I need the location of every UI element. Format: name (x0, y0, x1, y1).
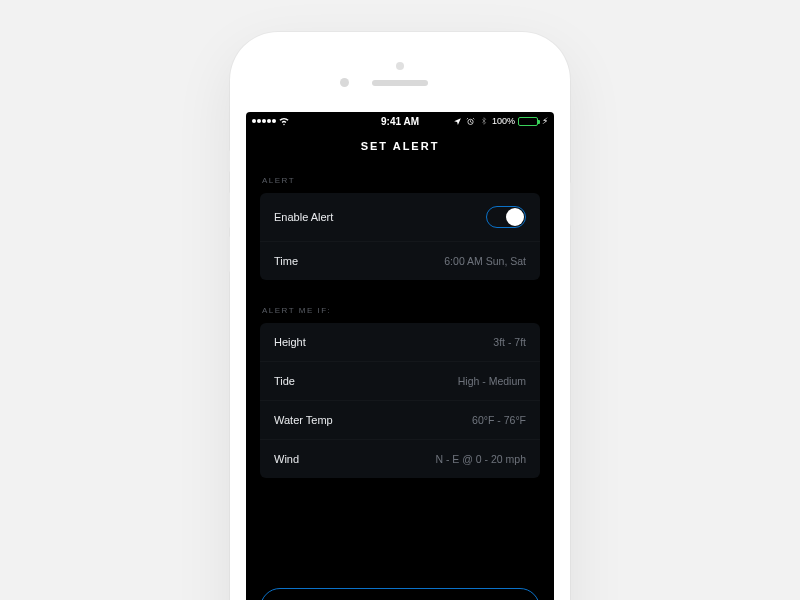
toggle-knob (506, 208, 524, 226)
conditions-card: Height 3ft - 7ft Tide High - Medium Wate… (260, 323, 540, 478)
canvas: 9:41 AM 100% ⚡︎ SET ALERT (0, 0, 800, 600)
volume-up-button (227, 192, 230, 228)
dismiss-button[interactable]: DISMISS (260, 588, 540, 600)
enable-alert-toggle[interactable] (486, 206, 526, 228)
status-right: 100% ⚡︎ (453, 116, 548, 126)
row-time[interactable]: Time 6:00 AM Sun, Sat (260, 241, 540, 280)
row-label: Tide (274, 375, 295, 387)
screen: 9:41 AM 100% ⚡︎ SET ALERT (246, 112, 554, 600)
status-time: 9:41 AM (381, 116, 419, 127)
charging-icon: ⚡︎ (542, 116, 548, 126)
row-value: 60°F - 76°F (472, 414, 526, 426)
proximity-sensor (396, 62, 404, 70)
battery-percent: 100% (492, 116, 515, 126)
row-label: Wind (274, 453, 299, 465)
content: ALERT Enable Alert Time 6:00 AM Sun, Sat (246, 176, 554, 478)
status-left (252, 116, 289, 126)
status-bar: 9:41 AM 100% ⚡︎ (246, 112, 554, 130)
section-label-conditions: ALERT ME IF: (262, 306, 540, 315)
signal-dots-icon (252, 119, 276, 123)
row-label: Time (274, 255, 298, 267)
mute-switch (227, 150, 230, 172)
phone-frame: 9:41 AM 100% ⚡︎ SET ALERT (230, 32, 570, 600)
row-label: Enable Alert (274, 211, 333, 223)
location-icon (453, 116, 463, 126)
row-water-temp[interactable]: Water Temp 60°F - 76°F (260, 400, 540, 439)
alarm-icon (466, 116, 476, 126)
row-height[interactable]: Height 3ft - 7ft (260, 323, 540, 361)
row-value: 3ft - 7ft (493, 336, 526, 348)
bluetooth-icon (479, 116, 489, 126)
wifi-icon (279, 116, 289, 126)
battery-icon (518, 117, 538, 126)
power-button (570, 182, 573, 226)
row-value: N - E @ 0 - 20 mph (435, 453, 526, 465)
volume-down-button (227, 236, 230, 272)
row-value: High - Medium (458, 375, 526, 387)
row-label: Water Temp (274, 414, 333, 426)
row-enable-alert[interactable]: Enable Alert (260, 193, 540, 241)
earpiece-speaker (372, 80, 428, 86)
row-label: Height (274, 336, 306, 348)
alert-card: Enable Alert Time 6:00 AM Sun, Sat (260, 193, 540, 280)
page-title: SET ALERT (246, 130, 554, 170)
row-wind[interactable]: Wind N - E @ 0 - 20 mph (260, 439, 540, 478)
row-value: 6:00 AM Sun, Sat (444, 255, 526, 267)
section-label-alert: ALERT (262, 176, 540, 185)
dismiss-wrap: DISMISS (260, 588, 540, 600)
front-camera (340, 78, 349, 87)
row-tide[interactable]: Tide High - Medium (260, 361, 540, 400)
